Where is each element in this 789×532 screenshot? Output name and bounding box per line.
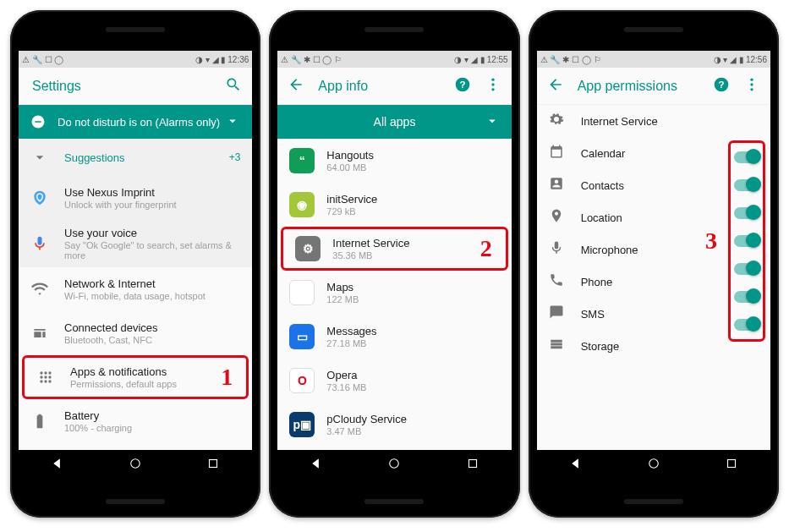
- nav-recent-icon[interactable]: [465, 456, 480, 474]
- nav-bar: [277, 450, 511, 480]
- svg-rect-19: [468, 460, 476, 468]
- permission-toggle[interactable]: [734, 179, 759, 191]
- minus-circle-icon: [30, 114, 46, 129]
- nav-back-icon[interactable]: [309, 456, 324, 474]
- permission-toggle[interactable]: [734, 263, 759, 275]
- setting-item-imprint[interactable]: Use Nexus ImprintUnlock with your finger…: [19, 176, 252, 220]
- nav-home-icon[interactable]: [386, 456, 402, 474]
- permission-row[interactable]: Storage: [537, 330, 728, 362]
- setting-item-battery[interactable]: Battery100% - charging: [19, 399, 252, 443]
- setting-item-connected[interactable]: Connected devicesBluetooth, Cast, NFC: [19, 311, 252, 355]
- all-apps-dropdown[interactable]: All apps: [277, 105, 511, 139]
- suggestions-count: +3: [229, 151, 241, 163]
- back-icon[interactable]: [547, 76, 564, 96]
- status-bar: ⚠ 🔧 ✱ ☐ ◯ ⚐ ◑ ▾ ◢ ▮ 12:55: [277, 51, 511, 68]
- status-bar: ⚠ 🔧 ☐ ◯ ◑ ▾ ◢ ▮ 12:36: [19, 51, 252, 68]
- item-label: Network & Internet: [64, 277, 240, 290]
- app-bar: App info: [277, 68, 511, 105]
- nav-back-icon[interactable]: [568, 456, 584, 474]
- status-bar: ⚠ 🔧 ✱ ☐ ◯ ⚐ ◑ ▾ ◢ ▮ 12:56: [537, 51, 770, 68]
- dnd-label: Do not disturb is on (Alarms only): [58, 116, 225, 129]
- permission-toggle[interactable]: [734, 235, 759, 247]
- setting-item-display[interactable]: DisplayWallpaper, sleep, font size: [19, 443, 252, 450]
- item-sub: Bluetooth, Cast, NFC: [64, 335, 240, 345]
- permission-row[interactable]: Location: [537, 201, 728, 233]
- dnd-banner[interactable]: Do not disturb is on (Alarms only): [19, 105, 252, 139]
- help-icon[interactable]: [454, 76, 471, 96]
- app-icon: ▭: [289, 324, 315, 349]
- app-row[interactable]: GMaps122 MB: [277, 271, 511, 315]
- permission-label: Storage: [581, 340, 716, 353]
- item-label: Connected devices: [64, 321, 240, 334]
- wifi-icon: [30, 280, 49, 299]
- setting-item-apps[interactable]: Apps & notificationsPermissions, default…: [22, 355, 249, 399]
- calendar-icon: [549, 144, 566, 162]
- svg-rect-21: [727, 460, 735, 468]
- permission-label: Phone: [581, 276, 716, 288]
- phone-icon: [549, 272, 566, 291]
- permission-toggle[interactable]: [734, 151, 759, 163]
- svg-rect-17: [210, 460, 217, 468]
- mic-icon: [549, 240, 566, 259]
- permission-row[interactable]: Phone: [537, 266, 728, 298]
- more-icon[interactable]: [485, 76, 501, 96]
- page-title: Settings: [32, 79, 225, 94]
- app-header: Internet Service: [537, 105, 770, 137]
- nav-recent-icon[interactable]: [724, 456, 739, 474]
- clock: 12:36: [227, 55, 249, 64]
- app-row[interactable]: ◉initService729 kB: [277, 183, 511, 227]
- permission-label: SMS: [581, 308, 716, 321]
- back-icon[interactable]: [288, 76, 304, 96]
- toggles-highlight: 3: [728, 140, 765, 342]
- app-bar: App permissions: [537, 68, 770, 105]
- search-icon[interactable]: [225, 76, 242, 96]
- mic-icon: [30, 234, 49, 253]
- suggestions-row[interactable]: Suggestions +3: [19, 139, 252, 176]
- app-row[interactable]: ▭Messages27.18 MB: [277, 315, 511, 359]
- gear-icon: [549, 112, 566, 130]
- app-size: 64.00 MB: [326, 162, 499, 173]
- permission-toggle[interactable]: [734, 291, 759, 303]
- permission-row[interactable]: Calendar: [537, 137, 728, 169]
- apps-icon: [36, 368, 55, 387]
- more-icon[interactable]: [743, 76, 760, 96]
- app-row[interactable]: ⚙Internet Service35.36 MB2: [281, 227, 507, 271]
- setting-item-voice[interactable]: Use your voiceSay "Ok Google" to search,…: [19, 220, 252, 267]
- permission-row[interactable]: Microphone: [537, 233, 728, 266]
- phone-settings: ⚠ 🔧 ☐ ◯ ◑ ▾ ◢ ▮ 12:36 Settings Do not di…: [10, 10, 260, 518]
- svg-point-16: [131, 459, 140, 469]
- permission-toggle[interactable]: [734, 319, 759, 331]
- chevron-down-icon: [225, 113, 240, 131]
- help-icon[interactable]: [713, 76, 730, 96]
- permission-row[interactable]: SMS: [537, 298, 728, 330]
- item-sub: Permissions, default apps: [70, 379, 234, 389]
- item-label: Battery: [64, 409, 240, 422]
- permission-label: Calendar: [581, 147, 716, 160]
- app-icon: p▣: [289, 412, 315, 437]
- app-row[interactable]: OOpera73.16 MB: [277, 359, 511, 403]
- nav-home-icon[interactable]: [128, 456, 143, 474]
- app-bar: Settings: [19, 68, 252, 105]
- item-sub: Wi-Fi, mobile, data usage, hotspot: [64, 291, 240, 301]
- app-name: Maps: [326, 281, 499, 293]
- app-icon: ⚙: [295, 236, 321, 261]
- setting-item-network[interactable]: Network & InternetWi-Fi, mobile, data us…: [19, 267, 252, 311]
- permission-row[interactable]: Contacts: [537, 169, 728, 201]
- clock: 12:56: [746, 55, 767, 64]
- nav-home-icon[interactable]: [646, 456, 661, 474]
- app-size: 73.16 MB: [326, 382, 499, 392]
- app-row[interactable]: “Hangouts64.00 MB: [277, 139, 511, 183]
- nav-recent-icon[interactable]: [205, 456, 221, 474]
- app-name: Opera: [326, 369, 499, 381]
- nav-back-icon[interactable]: [50, 456, 65, 474]
- svg-point-18: [390, 459, 399, 469]
- app-icon: “: [289, 148, 315, 173]
- permission-toggle[interactable]: [734, 207, 759, 219]
- app-row[interactable]: p▣pCloudy Service3.47 MB: [277, 403, 511, 447]
- chevron-down-icon: [30, 148, 49, 167]
- item-sub: Say "Ok Google" to search, set alarms & …: [64, 240, 240, 261]
- nav-bar: [537, 450, 770, 480]
- item-label: Use Nexus Imprint: [64, 186, 240, 199]
- app-name: pCloudy Service: [326, 413, 499, 425]
- step-annotation: 2: [480, 235, 492, 262]
